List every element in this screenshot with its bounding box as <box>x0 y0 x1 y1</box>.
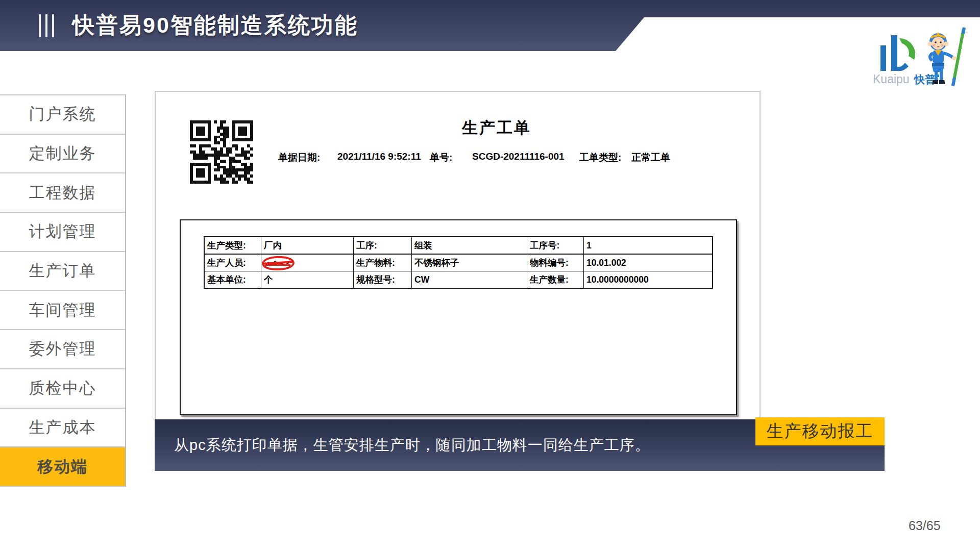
cell-value: 组装 <box>412 237 527 254</box>
work-order-body: 生产类型: 厂内 工序: 组装 工序号: 1 生产人员: 生产物料: 不锈钢杯子… <box>180 219 737 415</box>
sidebar-item-production-order[interactable]: 生产订单 <box>0 251 125 290</box>
meta-date-value: 2021/11/16 9:52:11 <box>337 151 421 162</box>
sidebar-nav: 门户系统 定制业务 工程数据 计划管理 生产订单 车间管理 委外管理 质检中心 … <box>0 94 126 487</box>
cell-value <box>261 254 354 271</box>
cell-label: 规格型号: <box>354 271 412 289</box>
monkey-mascot-icon <box>919 27 972 89</box>
work-order-preview-panel: 生产工单 单据日期: 2021/11/16 9:52:11 单号: SCGD-2… <box>155 91 761 420</box>
table-row: 生产人员: 生产物料: 不锈钢杯子 物料编号: 10.01.002 <box>204 254 713 271</box>
meta-ordertype-value: 正常工单 <box>631 151 670 164</box>
meta-orderno-label: 单号: <box>430 151 452 164</box>
cell-value: 不锈钢杯子 <box>412 254 527 271</box>
slide: 快普易90智能制造系统功能 Kuaipu 快普 <box>0 0 980 551</box>
meta-date-label: 单据日期: <box>278 151 320 164</box>
cell-value: 10.01.002 <box>584 254 713 271</box>
document-title: 生产工单 <box>462 117 531 139</box>
kuaipu-logo: Kuaipu 快普 <box>868 27 977 90</box>
cell-label: 工序: <box>354 237 412 254</box>
sidebar-item-custom-business[interactable]: 定制业务 <box>0 134 125 173</box>
table-row: 生产类型: 厂内 工序: 组装 工序号: 1 <box>204 237 713 254</box>
cell-label: 生产类型: <box>204 237 261 254</box>
page-indicator: 63/65 <box>909 518 941 533</box>
sidebar-item-portal-system[interactable]: 门户系统 <box>0 94 125 134</box>
cell-label: 生产物料: <box>354 254 412 271</box>
cell-label: 物料编号: <box>527 254 584 271</box>
cell-label: 生产人员: <box>204 254 261 271</box>
cell-value: 厂内 <box>261 237 354 254</box>
qr-code <box>190 120 253 184</box>
cell-value: 1 <box>584 237 713 254</box>
mobile-report-badge[interactable]: 生产移动报工 <box>755 417 885 445</box>
header-banner: 快普易90智能制造系统功能 <box>0 0 980 51</box>
cell-value: CW <box>412 271 527 289</box>
sidebar-item-plan-management[interactable]: 计划管理 <box>0 212 125 251</box>
brand-en: Kuaipu <box>873 72 910 86</box>
meta-ordertype-label: 工单类型: <box>579 151 621 164</box>
kp-mark-icon <box>878 34 919 77</box>
triple-bar-icon <box>39 14 54 37</box>
redacted-production-staff <box>264 258 292 268</box>
cell-value: 10.0000000000 <box>584 271 713 289</box>
page-title: 快普易90智能制造系统功能 <box>72 0 358 51</box>
sidebar-item-production-cost[interactable]: 生产成本 <box>0 408 125 447</box>
sidebar-item-outsourcing[interactable]: 委外管理 <box>0 329 125 368</box>
callout-text: 从pc系统打印单据，生管安排生产时，随同加工物料一同给生产工序。 <box>174 419 650 471</box>
cell-value: 个 <box>261 271 354 289</box>
sidebar-item-workshop-management[interactable]: 车间管理 <box>0 290 125 329</box>
cell-label: 工序号: <box>527 237 584 254</box>
red-scribble-icon <box>262 256 295 271</box>
cell-label: 生产数量: <box>527 271 584 289</box>
table-row: 基本单位: 个 规格型号: CW 生产数量: 10.0000000000 <box>204 271 713 289</box>
work-order-table: 生产类型: 厂内 工序: 组装 工序号: 1 生产人员: 生产物料: 不锈钢杯子… <box>204 236 713 289</box>
sidebar-item-engineering-data[interactable]: 工程数据 <box>0 172 125 212</box>
cell-label: 基本单位: <box>204 271 261 289</box>
meta-orderno-value: SCGD-20211116-001 <box>472 151 565 162</box>
sidebar-item-quality-center[interactable]: 质检中心 <box>0 368 125 408</box>
sidebar-item-mobile[interactable]: 移动端 <box>0 446 125 487</box>
